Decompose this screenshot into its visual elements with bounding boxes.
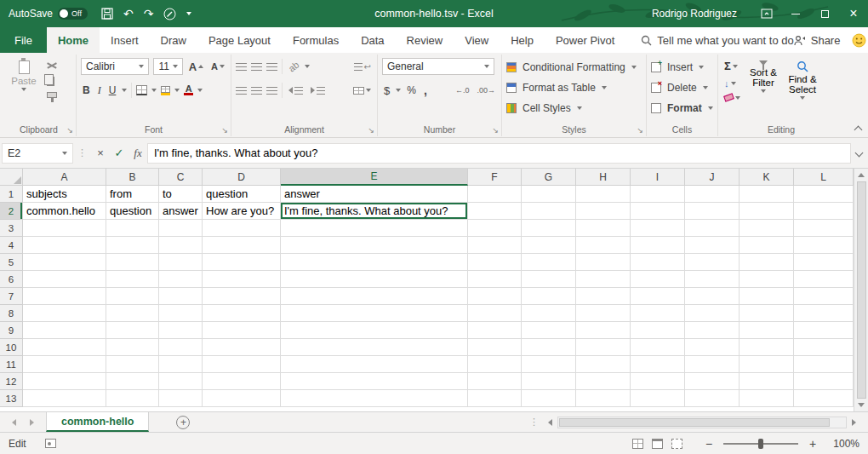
cell-E11[interactable] [281,356,468,373]
cell-I5[interactable] [631,254,685,271]
cell-D9[interactable] [203,322,281,339]
ribbon-tab-data[interactable]: Data [350,27,395,53]
font-color-button[interactable]: A [184,85,193,95]
close-button[interactable]: × [839,0,868,27]
autosum-button[interactable]: Σ [722,59,742,73]
cell-A10[interactable] [23,339,106,356]
format-dropdown-icon[interactable] [708,106,713,110]
cell-D13[interactable] [203,390,281,407]
cell-K13[interactable] [740,390,794,407]
cell-D2[interactable]: How are you? [203,203,281,220]
cell-D4[interactable] [203,237,281,254]
cell-I3[interactable] [631,220,685,237]
column-header-J[interactable]: J [685,169,740,186]
cell-A11[interactable] [23,356,106,373]
insert-dropdown-icon[interactable] [699,66,704,69]
save-icon[interactable] [101,8,113,20]
cell-K11[interactable] [740,356,794,373]
cell-J11[interactable] [685,356,740,373]
cell-D3[interactable] [203,220,281,237]
cell-B13[interactable] [106,390,159,407]
row-header-1[interactable]: 1 [0,186,23,203]
cell-F10[interactable] [468,339,522,356]
ribbon-tab-page-layout[interactable]: Page Layout [197,27,282,53]
cell-I7[interactable] [631,288,685,305]
cell-J3[interactable] [685,220,740,237]
cell-G11[interactable] [522,356,576,373]
cell-B7[interactable] [106,288,159,305]
cell-H12[interactable] [576,373,631,390]
cell-styles-dropdown-icon[interactable] [577,106,582,110]
scroll-right-icon[interactable] [852,419,856,426]
cell-K9[interactable] [740,322,794,339]
increase-font-button[interactable]: A [187,60,205,74]
cell-E1[interactable]: answer [281,186,468,203]
cell-F8[interactable] [468,305,522,322]
row-header-6[interactable]: 6 [0,271,23,288]
cell-G10[interactable] [522,339,576,356]
orientation-icon[interactable]: ab [284,57,302,75]
cell-C13[interactable] [159,390,203,407]
cell-A2[interactable]: common.hello [23,203,106,220]
cell-E7[interactable] [281,288,468,305]
cell-I2[interactable] [631,203,685,220]
cell-K3[interactable] [740,220,794,237]
zoom-level[interactable]: 100% [827,438,859,450]
cell-K4[interactable] [740,237,794,254]
increase-indent-button[interactable] [309,83,327,97]
cell-L4[interactable] [794,237,854,254]
cell-I1[interactable] [631,186,685,203]
ribbon-tab-formulas[interactable]: Formulas [282,27,350,53]
cell-H9[interactable] [576,322,631,339]
cell-D10[interactable] [203,339,281,356]
font-color-dropdown-icon[interactable] [197,89,203,92]
horizontal-scroll-thumb[interactable] [559,418,830,427]
cell-G1[interactable] [522,186,576,203]
ribbon-tab-home[interactable]: Home [47,27,100,53]
cell-B6[interactable] [106,271,159,288]
cell-I11[interactable] [631,356,685,373]
cell-E3[interactable] [281,220,468,237]
insert-function-button[interactable]: fx [128,143,147,164]
share-button[interactable]: Share [794,34,841,47]
cell-G7[interactable] [522,288,576,305]
cell-H10[interactable] [576,339,631,356]
cell-C11[interactable] [159,356,203,373]
user-name[interactable]: Rodrigo Rodriguez [652,8,737,20]
formula-input[interactable]: I'm fine, thanks. What about you? [147,143,851,164]
ribbon-tab-view[interactable]: View [454,27,500,53]
cell-F11[interactable] [468,356,522,373]
row-header-5[interactable]: 5 [0,254,23,271]
cell-K6[interactable] [740,271,794,288]
maximize-button[interactable] [810,0,839,27]
ribbon-tab-help[interactable]: Help [500,27,545,53]
cell-H1[interactable] [576,186,631,203]
normal-view-icon[interactable] [632,439,643,449]
cell-A3[interactable] [23,220,106,237]
cell-G4[interactable] [522,237,576,254]
conditional-formatting-dropdown-icon[interactable] [631,66,637,69]
row-header-11[interactable]: 11 [0,356,23,373]
cell-C1[interactable]: to [159,186,203,203]
cell-B9[interactable] [106,322,159,339]
cell-J10[interactable] [685,339,740,356]
name-box-dropdown-icon[interactable] [62,152,67,155]
orientation-dropdown-icon[interactable] [305,65,310,68]
cell-J4[interactable] [685,237,740,254]
cell-D12[interactable] [203,373,281,390]
currency-dropdown-icon[interactable] [396,89,401,92]
cell-C8[interactable] [159,305,203,322]
cell-J2[interactable] [685,203,740,220]
column-header-A[interactable]: A [23,169,106,186]
expand-formula-bar-button[interactable] [851,150,866,156]
conditional-formatting-button[interactable]: Conditional Formatting [521,60,627,74]
cell-B4[interactable] [106,237,159,254]
cell-C4[interactable] [159,237,203,254]
cell-F7[interactable] [468,288,522,305]
alignment-dialog-launcher-icon[interactable]: ↘ [368,127,374,135]
cell-C5[interactable] [159,254,203,271]
bold-button[interactable]: B [81,83,92,97]
cell-E5[interactable] [281,254,468,271]
cell-E8[interactable] [281,305,468,322]
cell-G13[interactable] [522,390,576,407]
